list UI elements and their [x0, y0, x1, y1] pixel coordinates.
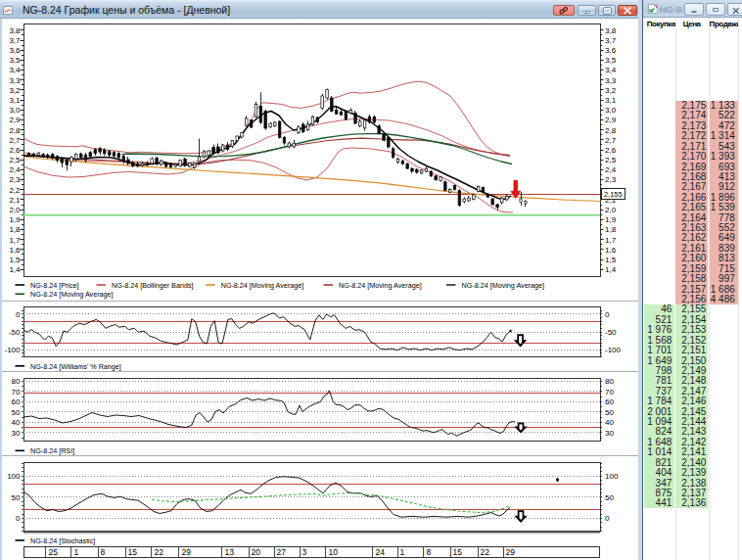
svg-text:29: 29: [506, 547, 516, 557]
svg-text:3,8: 3,8: [605, 26, 617, 35]
svg-text:1,5: 1,5: [605, 256, 617, 264]
svg-text:1,8: 1,8: [9, 225, 21, 234]
svg-text:-50: -50: [9, 328, 21, 337]
svg-text:3,1: 3,1: [605, 96, 617, 105]
svg-text:3,2: 3,2: [9, 86, 21, 95]
svg-text:0: 0: [16, 514, 21, 523]
svg-text:27: 27: [277, 547, 287, 557]
svg-text:2,5: 2,5: [9, 156, 21, 164]
svg-text:2,155: 2,155: [604, 190, 623, 199]
svg-text:1,6: 1,6: [605, 246, 617, 255]
svg-text:3,6: 3,6: [605, 46, 617, 55]
svg-text:2,4: 2,4: [9, 165, 21, 174]
svg-text:3,5: 3,5: [9, 56, 21, 65]
svg-text:3,0: 3,0: [9, 106, 21, 115]
svg-text:2,9: 2,9: [9, 116, 21, 124]
svg-text:50: 50: [605, 493, 614, 502]
svg-text:8: 8: [101, 547, 106, 557]
svg-text:3,3: 3,3: [605, 76, 617, 85]
svg-text:1: 1: [74, 547, 79, 557]
svg-text:NG-8.24 [Price]: NG-8.24 [Price]: [30, 281, 79, 290]
svg-text:2,1: 2,1: [9, 196, 21, 205]
svg-text:2,3: 2,3: [9, 175, 21, 184]
svg-text:0: 0: [605, 310, 610, 319]
svg-text:30: 30: [12, 429, 21, 438]
svg-text:8: 8: [427, 547, 432, 557]
svg-text:1,5: 1,5: [9, 256, 21, 264]
svg-text:1,4: 1,4: [9, 265, 21, 274]
svg-text:-100: -100: [4, 346, 21, 354]
svg-text:3,3: 3,3: [9, 76, 21, 85]
svg-text:2,6: 2,6: [9, 146, 21, 155]
svg-text:3,0: 3,0: [605, 106, 617, 115]
svg-text:2,0: 2,0: [9, 206, 21, 214]
svg-text:100: 100: [7, 472, 21, 481]
svg-text:3,4: 3,4: [9, 66, 21, 74]
svg-text:60: 60: [12, 397, 21, 406]
svg-text:NG-8.24 [Bollinger Bands]: NG-8.24 [Bollinger Bands]: [112, 281, 194, 290]
svg-text:NG-8.24 [Moving Average]: NG-8.24 [Moving Average]: [462, 281, 545, 290]
svg-text:3,6: 3,6: [9, 46, 21, 55]
svg-text:2,9: 2,9: [605, 116, 617, 124]
svg-text:1,8: 1,8: [605, 225, 617, 234]
svg-text:0: 0: [16, 310, 21, 319]
svg-text:3,8: 3,8: [9, 26, 21, 35]
svg-text:3,2: 3,2: [605, 86, 617, 95]
svg-text:2,8: 2,8: [605, 126, 617, 135]
svg-text:1: 1: [400, 547, 405, 557]
svg-text:NG-8.24 [Moving Average]: NG-8.24 [Moving Average]: [339, 281, 422, 290]
svg-text:NG-8.24 [Williams' % Range]: NG-8.24 [Williams' % Range]: [30, 362, 121, 371]
svg-text:-100: -100: [605, 346, 622, 354]
svg-text:50: 50: [12, 408, 21, 417]
svg-text:70: 70: [12, 388, 21, 397]
svg-text:30: 30: [605, 429, 614, 438]
svg-text:3,7: 3,7: [605, 36, 617, 45]
svg-text:40: 40: [12, 418, 21, 427]
svg-text:1,7: 1,7: [9, 236, 21, 245]
svg-text:NG-8.24 [Moving Average]: NG-8.24 [Moving Average]: [30, 290, 114, 299]
svg-text:0: 0: [605, 514, 610, 523]
svg-text:2,3: 2,3: [605, 175, 617, 184]
svg-text:1,7: 1,7: [605, 236, 617, 245]
svg-text:80: 80: [605, 377, 614, 386]
svg-text:24: 24: [376, 547, 386, 557]
svg-text:50: 50: [12, 493, 21, 502]
svg-text:2,7: 2,7: [9, 136, 21, 145]
svg-text:NG-8.24 [Moving Average]: NG-8.24 [Moving Average]: [221, 281, 304, 290]
svg-text:2,4: 2,4: [605, 165, 617, 174]
svg-text:3,4: 3,4: [605, 66, 617, 74]
svg-text:1,9: 1,9: [605, 215, 617, 224]
svg-text:70: 70: [605, 388, 614, 397]
svg-text:2,7: 2,7: [605, 136, 617, 145]
svg-text:1,4: 1,4: [605, 265, 617, 274]
svg-text:50: 50: [605, 408, 614, 417]
svg-text:15: 15: [128, 547, 138, 557]
svg-text:NG-8.24 [Stochastic]: NG-8.24 [Stochastic]: [30, 537, 95, 545]
svg-text:80: 80: [12, 377, 21, 386]
svg-text:2,5: 2,5: [605, 156, 617, 164]
svg-text:22: 22: [481, 547, 490, 557]
svg-text:1,6: 1,6: [9, 246, 21, 255]
svg-text:15: 15: [453, 547, 463, 557]
svg-text:3: 3: [302, 547, 307, 557]
svg-text:3,7: 3,7: [9, 36, 21, 45]
svg-text:22: 22: [155, 547, 164, 557]
svg-text:29: 29: [182, 547, 192, 557]
svg-text:20: 20: [252, 547, 261, 557]
svg-text:40: 40: [605, 418, 614, 427]
svg-text:NG-8.24 [RSI]: NG-8.24 [RSI]: [30, 446, 74, 455]
svg-text:13: 13: [225, 547, 235, 557]
svg-text:2,6: 2,6: [605, 146, 617, 155]
svg-text:1,9: 1,9: [9, 215, 21, 224]
svg-text:100: 100: [605, 472, 619, 481]
svg-text:10: 10: [329, 547, 339, 557]
svg-text:3,5: 3,5: [605, 56, 617, 65]
svg-text:-50: -50: [605, 328, 617, 337]
svg-text:3,1: 3,1: [9, 96, 21, 105]
svg-text:2,8: 2,8: [9, 126, 21, 135]
svg-text:60: 60: [605, 397, 614, 406]
svg-text:2,2: 2,2: [9, 186, 21, 195]
svg-text:25: 25: [49, 547, 59, 557]
svg-text:2,0: 2,0: [605, 206, 617, 214]
